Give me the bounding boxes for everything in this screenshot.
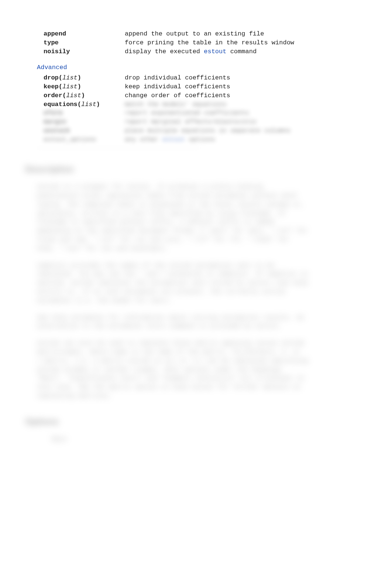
option-desc: change order of coefficients	[125, 91, 377, 100]
option-key: noisily	[44, 48, 70, 55]
description-paragraph: namelist provides the names of the store…	[15, 261, 377, 305]
option-desc: force prining the table in the results w…	[125, 38, 377, 47]
option-key: drop(	[44, 74, 62, 81]
option-desc: display the executed estout command	[125, 47, 377, 56]
option-row: append append the output to an existing …	[15, 30, 377, 38]
blurred-region: eform report exponentiated coefficients …	[15, 109, 377, 148]
description-paragraph: See help estimates for information about…	[15, 313, 377, 331]
option-row: type force prining the table in the resu…	[15, 38, 377, 47]
option-row: equations(list) match the models' equati…	[15, 100, 377, 109]
option-row: noisily display the executed estout comm…	[15, 47, 377, 56]
description-heading: Description	[15, 163, 377, 176]
option-row: keep(list) keep individual coefficients	[15, 82, 377, 91]
option-row: order(list) change order of coefficients	[15, 91, 377, 100]
option-key: type	[44, 39, 59, 46]
estout-link[interactable]: estout	[204, 48, 226, 55]
option-key: append	[44, 30, 66, 37]
option-key: order(	[44, 92, 66, 99]
description-paragraph: esttab can also be used to tabulate Stat…	[15, 339, 377, 401]
option-desc: keep individual coefficients	[125, 82, 377, 91]
option-desc: append the output to an existing file	[125, 30, 377, 38]
option-row: drop(list) drop individual coefficients	[15, 74, 377, 82]
advanced-heading: Advanced	[15, 63, 377, 72]
options-heading: Options	[15, 415, 377, 428]
option-key: equations(	[44, 101, 81, 108]
option-key: keep(	[44, 83, 62, 90]
options-subheading: Main	[15, 435, 377, 444]
option-desc: match the models' equations	[125, 100, 377, 109]
blurred-region: Description esttab is a wrapper for esto…	[15, 163, 377, 444]
description-paragraph: esttab is a wrapper for estout. It produ…	[15, 183, 377, 253]
option-desc: drop individual coefficients	[125, 74, 377, 82]
